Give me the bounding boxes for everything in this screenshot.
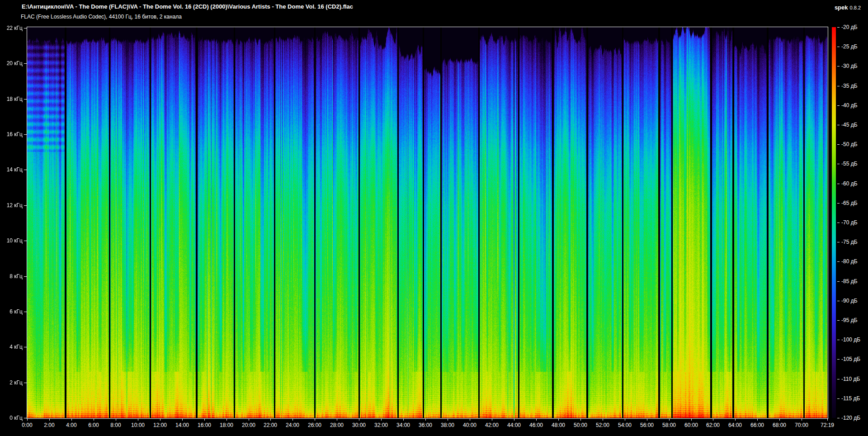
db-tick <box>837 301 840 301</box>
time-tick-label: 24:00 <box>280 422 305 428</box>
time-tick <box>536 418 537 421</box>
time-tick-label: 44:00 <box>501 422 527 428</box>
time-tick <box>827 418 828 421</box>
time-tick-label: 0:00 <box>14 422 40 428</box>
time-tick <box>448 418 448 421</box>
db-tick-label: -115 дБ <box>841 395 860 402</box>
time-tick-label: 42:00 <box>479 422 505 428</box>
time-tick-label: 32:00 <box>368 422 394 428</box>
freq-tick <box>24 134 27 135</box>
time-tick <box>226 418 227 421</box>
time-tick-label: 14:00 <box>170 422 195 428</box>
file-path-title: E:\Антициклон\VA - The Dome (FLAC)\VA - … <box>22 3 353 10</box>
time-tick <box>116 418 116 421</box>
db-tick <box>837 203 840 204</box>
db-tick <box>837 379 840 379</box>
time-tick <box>138 418 138 421</box>
time-tick-label: 6:00 <box>81 422 106 428</box>
db-tick <box>837 27 840 28</box>
time-tick-label: 68:00 <box>767 422 792 428</box>
freq-tick-label: 16 кГц <box>1 131 23 137</box>
db-tick <box>837 144 840 145</box>
freq-tick <box>24 170 27 170</box>
time-tick <box>160 418 160 421</box>
db-tick-label: -25 дБ <box>841 43 858 50</box>
time-tick <box>182 418 183 421</box>
db-tick-label: -35 дБ <box>841 83 858 89</box>
db-tick <box>837 86 840 86</box>
time-tick-label: 30:00 <box>346 422 372 428</box>
db-tick <box>837 418 840 418</box>
time-tick <box>337 418 337 421</box>
time-tick <box>94 418 94 421</box>
time-tick <box>49 418 50 421</box>
db-tick-label: -40 дБ <box>841 102 858 109</box>
db-tick-label: -45 дБ <box>841 122 858 128</box>
time-tick-label: 28:00 <box>324 422 349 428</box>
time-tick-label: 48:00 <box>546 422 571 428</box>
app-name: spek <box>835 4 848 11</box>
db-colorbar <box>832 27 836 418</box>
time-tick-label: 38:00 <box>435 422 460 428</box>
spectrogram-canvas <box>27 27 827 418</box>
time-tick <box>757 418 758 421</box>
time-tick <box>292 418 293 421</box>
freq-tick-label: 22 кГц <box>1 25 23 31</box>
app-version: 0.8.2 <box>850 5 861 10</box>
db-tick <box>837 125 840 125</box>
db-tick-label: -85 дБ <box>841 278 858 284</box>
freq-tick <box>24 99 27 100</box>
db-tick <box>837 242 840 242</box>
time-tick <box>270 418 271 421</box>
freq-tick <box>24 418 27 418</box>
app-brand: spek0.8.2 <box>835 3 861 11</box>
db-tick-label: -100 дБ <box>841 336 860 343</box>
time-tick-label: 34:00 <box>391 422 416 428</box>
time-tick <box>315 418 315 421</box>
db-tick <box>837 359 840 360</box>
time-tick <box>647 418 647 421</box>
freq-tick <box>24 383 27 383</box>
freq-tick <box>24 28 27 28</box>
time-tick <box>204 418 205 421</box>
db-tick <box>837 261 840 262</box>
freq-tick-label: 12 кГц <box>1 202 23 209</box>
db-tick <box>837 47 840 47</box>
db-tick-label: -50 дБ <box>841 141 858 147</box>
time-tick-label: 10:00 <box>125 422 151 428</box>
freq-tick-label: 0 кГц <box>1 415 23 421</box>
time-tick <box>580 418 581 421</box>
time-tick-label: 70:00 <box>789 422 814 428</box>
freq-tick-label: 6 кГц <box>1 308 23 315</box>
time-tick-label: 40:00 <box>457 422 482 428</box>
time-tick-label: 36:00 <box>413 422 438 428</box>
time-tick <box>470 418 470 421</box>
freq-tick-label: 10 кГц <box>1 237 23 244</box>
db-tick <box>837 223 840 223</box>
time-tick <box>403 418 404 421</box>
time-tick <box>713 418 713 421</box>
db-tick <box>837 164 840 164</box>
db-tick-label: -120 дБ <box>841 415 860 421</box>
db-tick <box>837 398 840 399</box>
db-tick-label: -90 дБ <box>841 298 858 304</box>
time-tick <box>425 418 426 421</box>
db-tick <box>837 66 840 66</box>
time-tick <box>735 418 736 421</box>
freq-tick <box>24 205 27 206</box>
time-tick-label: 52:00 <box>590 422 615 428</box>
time-tick <box>249 418 249 421</box>
freq-tick-label: 2 кГц <box>1 379 23 386</box>
time-tick-label: 8:00 <box>103 422 128 428</box>
db-tick-label: -65 дБ <box>841 200 858 206</box>
time-tick <box>669 418 670 421</box>
db-tick-label: -80 дБ <box>841 258 858 265</box>
spek-window: { "window": { "title": "E:\\Антициклон\\… <box>0 0 868 436</box>
time-tick <box>802 418 802 421</box>
time-tick <box>27 418 28 421</box>
time-tick <box>71 418 72 421</box>
db-tick-label: -110 дБ <box>841 376 860 382</box>
freq-tick <box>24 312 27 312</box>
time-tick-label: 62:00 <box>700 422 726 428</box>
time-tick-label: 22:00 <box>258 422 283 428</box>
